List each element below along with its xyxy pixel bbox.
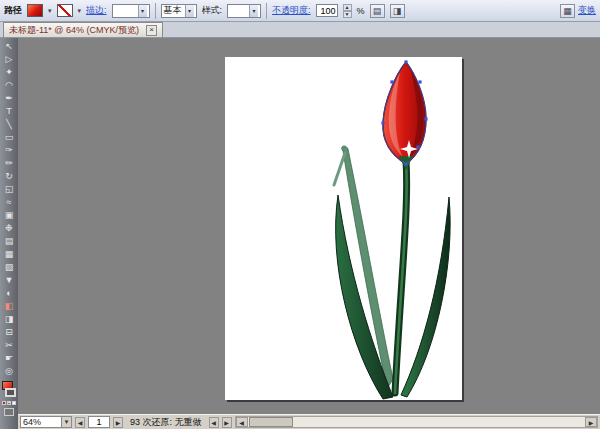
scale-tool-icon: ◱ xyxy=(5,185,14,194)
rotate-tool[interactable]: ↻ xyxy=(1,170,17,183)
magic-wand-tool[interactable]: ✦ xyxy=(1,66,17,79)
direct-selection-tool-icon: ▷ xyxy=(6,55,13,64)
column-graph-tool-icon: ▤ xyxy=(5,237,14,246)
palette1-icon: ▤ xyxy=(373,6,382,16)
warp-tool[interactable]: ≈ xyxy=(1,196,17,209)
context-panel-title: 路径 xyxy=(4,4,22,17)
rectangle-tool-icon: ▭ xyxy=(5,133,14,142)
document-tab-bar: 未标题-11* @ 64% (CMYK/预览) × xyxy=(0,22,600,38)
zoom-value: 64% xyxy=(21,417,61,427)
next-page-button[interactable]: ▶ xyxy=(113,417,123,428)
brush-dropdown-icon[interactable]: ▾ xyxy=(185,5,194,17)
scroll-left-icon[interactable]: ◀ xyxy=(236,417,248,427)
line-segment-tool[interactable]: ╲ xyxy=(1,118,17,131)
scale-tool[interactable]: ◱ xyxy=(1,183,17,196)
pencil-tool-icon: ✏ xyxy=(5,159,13,168)
column-graph-tool[interactable]: ▤ xyxy=(1,235,17,248)
live-paint-selection-tool[interactable]: ◨ xyxy=(1,313,17,326)
gradient-tool[interactable]: ▨ xyxy=(1,261,17,274)
live-paint-bucket-tool[interactable]: ◧ xyxy=(1,300,17,313)
hand-tool[interactable]: ☛ xyxy=(1,352,17,365)
graph-style-button[interactable]: ▤ xyxy=(370,4,385,18)
status-prev-icon[interactable]: ◀ xyxy=(209,417,219,428)
live-paint-bucket-tool-icon: ◧ xyxy=(5,302,14,311)
stroke-dropdown-icon[interactable]: ▾ xyxy=(78,7,82,15)
free-transform-tool-icon: ▣ xyxy=(5,211,14,220)
transform-panel-tab[interactable]: ▦ 变换 xyxy=(560,4,596,18)
type-tool[interactable]: T xyxy=(1,105,17,118)
palette2-icon: ◨ xyxy=(393,6,402,16)
zoom-dropdown-icon[interactable]: ▼ xyxy=(61,417,71,427)
spin-down-icon[interactable]: ▼ xyxy=(343,11,352,18)
fill-stroke-indicator[interactable] xyxy=(1,381,17,399)
illustrator-window: 路径 ▾ ▾ 描边: ▾ 基本 ▾ 样式: ▾ 不透明度: ▲ ▼ % ▤ xyxy=(0,0,600,429)
artboard[interactable] xyxy=(225,57,462,400)
opacity-input[interactable] xyxy=(316,4,338,17)
stroke-color-box[interactable] xyxy=(5,388,16,397)
tools-panel: ↖▷✦◠✒T╲▭✑✏↻◱≈▣❉▤▦▨▼◐◧◨⊟✂☛◎ xyxy=(0,38,18,429)
type-tool-icon: T xyxy=(6,107,12,116)
scissors-tool[interactable]: ✂ xyxy=(1,339,17,352)
rectangle-tool[interactable]: ▭ xyxy=(1,131,17,144)
separator xyxy=(155,3,156,19)
scrollbar-thumb[interactable] xyxy=(249,417,293,427)
separator xyxy=(266,3,267,19)
pencil-tool[interactable]: ✏ xyxy=(1,157,17,170)
scroll-right-icon[interactable]: ▶ xyxy=(585,417,597,427)
free-transform-tool[interactable]: ▣ xyxy=(1,209,17,222)
screen-mode-button[interactable] xyxy=(4,408,14,416)
prev-page-button[interactable]: ◀ xyxy=(75,417,85,428)
document-title: 未标题-11* @ 64% (CMYK/预览) xyxy=(9,24,139,37)
color-button[interactable] xyxy=(2,401,6,405)
direct-selection-tool[interactable]: ▷ xyxy=(1,53,17,66)
canvas-area[interactable] xyxy=(18,38,600,414)
document-tab[interactable]: 未标题-11* @ 64% (CMYK/预览) × xyxy=(3,22,163,37)
blend-tool-icon: ◐ xyxy=(6,289,11,298)
style-label: 样式: xyxy=(202,4,223,17)
selection-tool-icon: ↖ xyxy=(5,42,13,51)
stroke-weight-combo[interactable]: ▾ xyxy=(112,4,150,18)
tool-list: ↖▷✦◠✒T╲▭✑✏↻◱≈▣❉▤▦▨▼◐◧◨⊟✂☛◎ xyxy=(1,40,17,378)
zoom-tool-icon: ◎ xyxy=(5,367,13,376)
stroke-weight-dropdown-icon[interactable]: ▾ xyxy=(138,5,147,17)
fill-dropdown-icon[interactable]: ▾ xyxy=(48,7,52,15)
opacity-spinner[interactable]: ▲ ▼ xyxy=(343,4,352,18)
lasso-tool[interactable]: ◠ xyxy=(1,79,17,92)
pen-tool[interactable]: ✒ xyxy=(1,92,17,105)
blend-tool[interactable]: ◐ xyxy=(1,287,17,300)
mesh-tool-icon: ▦ xyxy=(5,250,14,259)
slice-tool[interactable]: ⊟ xyxy=(1,326,17,339)
paintbrush-tool[interactable]: ✑ xyxy=(1,144,17,157)
zoom-combo[interactable]: 64% ▼ xyxy=(20,416,72,428)
symbol-sprayer-tool[interactable]: ❉ xyxy=(1,222,17,235)
opacity-label[interactable]: 不透明度: xyxy=(272,4,311,17)
status-text: 93 次还原: 无重做 xyxy=(126,416,206,429)
rotate-tool-icon: ↻ xyxy=(5,172,13,181)
gradient-button[interactable] xyxy=(7,401,11,405)
transform-label: 变换 xyxy=(578,4,596,17)
brush-combo[interactable]: 基本 ▾ xyxy=(161,4,197,18)
horizontal-scrollbar[interactable]: ◀ ▶ xyxy=(235,416,598,428)
sparkle-small xyxy=(365,178,377,190)
status-bar: 64% ▼ ◀ ▶ 93 次还原: 无重做 ◀ ▶ ◀ ▶ xyxy=(18,414,600,429)
stroke-weight-label[interactable]: 描边: xyxy=(86,4,107,17)
opacity-unit: % xyxy=(357,6,365,16)
gradient-tool-icon: ▨ xyxy=(5,263,14,272)
eyedropper-tool[interactable]: ▼ xyxy=(1,274,17,287)
tulip-artwork xyxy=(225,57,462,400)
zoom-tool[interactable]: ◎ xyxy=(1,365,17,378)
mesh-tool[interactable]: ▦ xyxy=(1,248,17,261)
none-button[interactable] xyxy=(12,401,16,405)
fill-color-swatch[interactable] xyxy=(27,4,43,17)
selection-tool[interactable]: ↖ xyxy=(1,40,17,53)
pen-tool-icon: ✒ xyxy=(5,94,13,103)
status-next-icon[interactable]: ▶ xyxy=(222,417,232,428)
stroke-color-swatch[interactable] xyxy=(57,4,73,17)
close-icon[interactable]: × xyxy=(146,25,157,36)
spin-up-icon[interactable]: ▲ xyxy=(343,4,352,11)
style-dropdown-icon[interactable]: ▾ xyxy=(249,5,258,17)
style-combo[interactable]: ▾ xyxy=(227,4,261,18)
page-number-field[interactable] xyxy=(88,416,110,428)
align-palette-button[interactable]: ◨ xyxy=(390,4,405,18)
control-bar: 路径 ▾ ▾ 描边: ▾ 基本 ▾ 样式: ▾ 不透明度: ▲ ▼ % ▤ xyxy=(0,0,600,22)
